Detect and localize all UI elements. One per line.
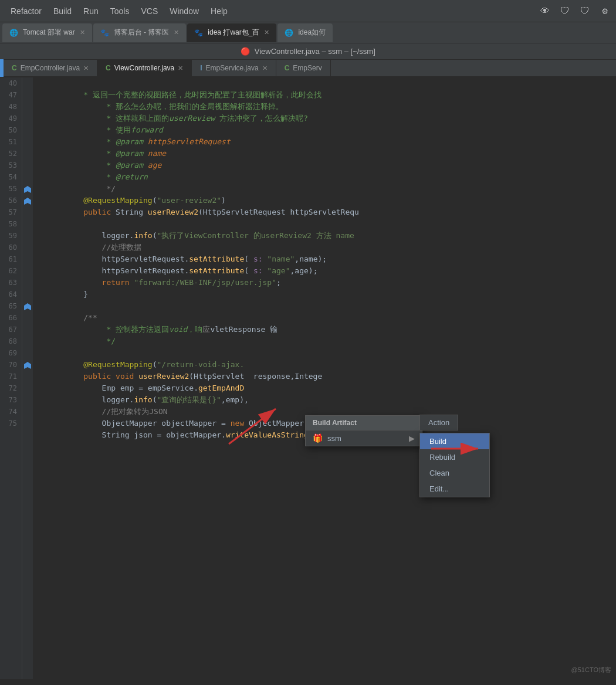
gutter-marker-56: [23, 197, 32, 207]
code-line-58: logger.info("执行了ViewController 的userRevi…: [38, 218, 616, 230]
tab-label-2: idea 打war包_百: [208, 28, 259, 38]
ssm-label: ssm: [327, 434, 341, 443]
icon-shield[interactable]: 🛡: [559, 5, 571, 18]
ln-64: 64: [2, 289, 17, 300]
menu-tools[interactable]: Tools: [104, 4, 136, 18]
tab-icon-0: 🌐: [9, 29, 18, 37]
menu-vcs[interactable]: VCS: [135, 4, 164, 18]
menu-run[interactable]: Run: [77, 4, 104, 18]
ln-54: 54: [2, 171, 17, 183]
ln-73: 73: [2, 394, 17, 406]
editor-tab-viewc[interactable]: C ViewController.java ✕: [97, 59, 192, 77]
menu-window[interactable]: Window: [164, 4, 205, 18]
ln-55: 55: [2, 183, 17, 195]
gutter-marker-55: [23, 185, 32, 195]
tab-icon-2: 🐾: [194, 29, 203, 37]
code-line-66: * 控制器方法返回void，响应vletResponse 输: [38, 312, 616, 324]
editor-tab-emps2[interactable]: C EmpServ: [276, 59, 331, 77]
action-submenu: Build Rebuild Clean Edit...: [419, 433, 490, 497]
toolbar-icons: 👁 🛡 🛡 ⚙: [539, 5, 611, 18]
ln-40: 40: [2, 77, 17, 89]
browser-tab-2[interactable]: 🐾 idea 打war包_百 ✕: [187, 23, 276, 42]
tab-close-1[interactable]: ✕: [174, 29, 179, 36]
tab-type-icon-2: I: [200, 64, 202, 72]
build-artifact-popup: Build Artifact 🎁 ssm ▶ Action: [305, 415, 422, 446]
code-line-64: [38, 289, 616, 300]
editor-tabs-bar: C EmpController.java ✕ C ViewController.…: [0, 60, 616, 77]
svg-marker-0: [24, 186, 31, 193]
browser-tab-3[interactable]: 🌐 idea如何: [277, 23, 333, 42]
svg-marker-1: [24, 198, 31, 205]
action-edit[interactable]: Edit...: [420, 481, 489, 497]
title-icon: 🔴: [241, 47, 250, 56]
ln-68: 68: [2, 335, 17, 347]
ln-69: 69: [2, 347, 17, 359]
menu-bar: Refactor Build Run Tools VCS Window Help…: [0, 0, 616, 22]
icon-eye[interactable]: 👁: [539, 5, 551, 18]
tab-type-icon-0: C: [12, 64, 17, 72]
tab-type-icon-1: C: [106, 64, 111, 72]
ln-70: 70: [2, 359, 17, 371]
tab-label-1: 博客后台 - 博客医: [114, 28, 170, 38]
editor-tab-emps[interactable]: I EmpService.java ✕: [192, 59, 276, 77]
ln-53: 53: [2, 160, 17, 171]
ln-56: 56: [2, 195, 17, 206]
ssm-icon: 🎁: [313, 433, 323, 443]
menu-build[interactable]: Build: [48, 4, 77, 18]
browser-tab-0[interactable]: 🌐 Tomcat 部署 war ✕: [2, 23, 92, 42]
ln-58: 58: [2, 218, 17, 230]
ln-52: 52: [2, 148, 17, 160]
gutter-marker-70: [23, 361, 32, 371]
code-line-69: @RequestMapping("/return-void-ajax.: [38, 347, 616, 359]
ln-47: 47: [2, 89, 17, 101]
ln-65: 65: [2, 300, 17, 312]
action-clean[interactable]: Clean: [420, 465, 489, 481]
ln-67: 67: [2, 324, 17, 335]
ln-49: 49: [2, 113, 17, 124]
editor-tab-label-0: EmpController.java: [21, 64, 80, 72]
ln-59: 59: [2, 230, 17, 242]
watermark: @51CTO博客: [571, 666, 611, 674]
editor-tab-close-0[interactable]: ✕: [83, 65, 89, 72]
tab-type-icon-3: C: [285, 64, 290, 72]
line-numbers: 40 47 48 49 50 51 52 53 54 55 56 57 58 5…: [0, 77, 22, 679]
tab-close-2[interactable]: ✕: [264, 29, 269, 36]
ln-63: 63: [2, 277, 17, 289]
popup-title: Build Artifact: [306, 416, 422, 430]
window-title: ViewController.java – ssm – [~/ssm]: [255, 47, 375, 56]
svg-marker-3: [24, 362, 31, 369]
ln-57: 57: [2, 206, 17, 218]
icon-antivirus[interactable]: 🛡: [578, 5, 591, 18]
action-rebuild[interactable]: Rebuild: [420, 449, 489, 465]
code-line-40: * 返回一个完整的视图路径，此时因为配置了主视图解析器，此时会找: [38, 77, 616, 89]
code-content[interactable]: * 返回一个完整的视图路径，此时因为配置了主视图解析器，此时会找 * 那么怎么办…: [33, 77, 616, 679]
ln-48: 48: [2, 101, 17, 113]
editor-tab-close-1[interactable]: ✕: [178, 65, 183, 72]
code-editor: 40 47 48 49 50 51 52 53 54 55 56 57 58 5…: [0, 77, 616, 679]
svg-marker-2: [24, 303, 31, 310]
editor-tab-close-2[interactable]: ✕: [262, 65, 268, 72]
tab-close-0[interactable]: ✕: [80, 29, 85, 36]
browser-tabs-bar: 🌐 Tomcat 部署 war ✕ 🐾 博客后台 - 博客医 ✕ 🐾 idea …: [0, 22, 616, 43]
editor-tab-empc[interactable]: C EmpController.java ✕: [4, 59, 97, 77]
tab-label-3: idea如何: [298, 28, 326, 38]
build-artifact-menu: Build Artifact 🎁 ssm ▶ Action Build Rebu…: [305, 415, 422, 446]
tab-label-0: Tomcat 部署 war: [23, 28, 75, 38]
browser-tab-1[interactable]: 🐾 博客后台 - 博客医 ✕: [93, 23, 187, 42]
action-label: Action: [419, 415, 458, 430]
menu-help[interactable]: Help: [205, 4, 233, 18]
code-line-55: @RequestMapping("user-review2"): [38, 183, 616, 195]
menu-refactor[interactable]: Refactor: [5, 4, 48, 18]
title-bar: 🔴 ViewController.java – ssm – [~/ssm]: [0, 43, 616, 60]
icon-settings[interactable]: ⚙: [598, 5, 611, 18]
ln-61: 61: [2, 253, 17, 265]
tab-icon-1: 🐾: [100, 29, 109, 37]
submenu-arrow: ▶: [409, 434, 415, 443]
ln-74: 74: [2, 406, 17, 418]
gutter: [22, 77, 33, 679]
action-build[interactable]: Build: [420, 433, 489, 449]
popup-ssm-item[interactable]: 🎁 ssm ▶ Action: [306, 430, 422, 446]
editor-tab-label-1: ViewController.java: [114, 64, 175, 72]
editor-tab-label-3: EmpServ: [293, 64, 321, 72]
code-line-65: /**: [38, 300, 616, 312]
